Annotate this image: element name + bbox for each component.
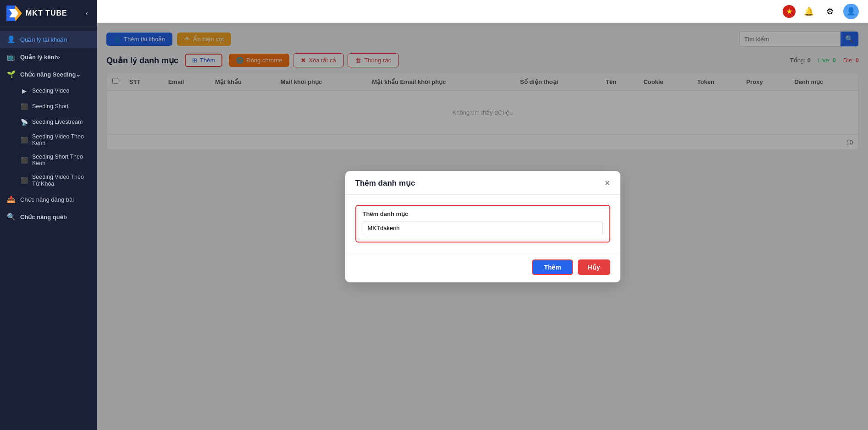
sidebar-collapse-button[interactable]: ‹ — [83, 8, 91, 18]
sidebar-logo: MKT TUBE ‹ — [0, 0, 97, 27]
modal-them-button[interactable]: Thêm — [532, 259, 573, 275]
sidebar-menu: 👤 Quản lý tài khoản 📺 Quản lý kênh › 🌱 C… — [0, 27, 97, 430]
sidebar-item-seeding-livestream[interactable]: 📡 Seeding Livestream — [0, 114, 97, 130]
video-icon: ▶ — [20, 87, 28, 95]
short-icon: ⬛ — [20, 102, 28, 110]
sidebar-item-chuc-nang-quet[interactable]: 🔍 Chức năng quét › — [0, 208, 97, 226]
sidebar-item-seeding-video-theo-kenh[interactable]: ⬛ Seeding Video Theo Kênh — [0, 130, 97, 150]
chevron-right-icon-2: › — [65, 214, 67, 221]
sidebar-item-seeding-video[interactable]: ▶ Seeding Video — [0, 83, 97, 99]
sidebar-item-label: Chức năng Seeding — [20, 71, 76, 78]
seeding-icon: 🌱 — [6, 70, 16, 79]
form-label-danh-muc: Thêm danh mục — [363, 210, 603, 217]
modal-overlay: Thêm danh mục × Thêm danh mục Thêm Hủy — [97, 23, 868, 430]
modal-them-danh-muc: Thêm danh mục × Thêm danh mục Thêm Hủy — [345, 171, 620, 282]
modal-close-button[interactable]: × — [605, 178, 610, 187]
short-kenh-icon: ⬛ — [20, 156, 28, 164]
main-content: ★ 🔔 ⚙ 👤 👤 Thêm tài khoản 👁 Ẩn hiện cột 🔍… — [97, 0, 868, 430]
sidebar-item-chuc-nang-dang-bai[interactable]: 📤 Chức năng đăng bài — [0, 191, 97, 208]
chevron-down-icon: ⌄ — [76, 71, 81, 78]
modal-footer: Thêm Hủy — [345, 254, 620, 282]
sidebar-item-label: Seeding Short Theo Kênh — [32, 154, 91, 166]
sidebar-item-label: Seeding Video — [32, 88, 69, 94]
flag-icon[interactable]: ★ — [783, 5, 796, 18]
logo-icon — [6, 6, 22, 21]
video-kenh-icon: ⬛ — [20, 136, 28, 144]
modal-header: Thêm danh mục × — [345, 171, 620, 195]
sidebar-item-label: Seeding Livestream — [32, 119, 83, 125]
topbar: ★ 🔔 ⚙ 👤 — [97, 0, 868, 23]
sidebar-item-label: Seeding Video Theo Kênh — [32, 133, 91, 146]
logo-text: MKT TUBE — [26, 9, 67, 17]
tv-icon: 📺 — [6, 52, 16, 61]
modal-title: Thêm danh mục — [355, 178, 415, 188]
sidebar-item-chuc-nang-seeding[interactable]: 🌱 Chức năng Seeding ⌄ — [0, 66, 97, 83]
sidebar: MKT TUBE ‹ 👤 Quản lý tài khoản 📺 Quản lý… — [0, 0, 97, 430]
sidebar-item-quan-ly-kenh[interactable]: 📺 Quản lý kênh › — [0, 48, 97, 66]
sidebar-item-label: Quản lý tài khoản — [20, 36, 91, 43]
sidebar-item-label: Chức năng quét — [20, 214, 65, 221]
sidebar-item-quan-ly-tai-khoan[interactable]: 👤 Quản lý tài khoản — [0, 31, 97, 48]
avatar[interactable]: 👤 — [843, 4, 859, 19]
scan-icon: 🔍 — [6, 212, 16, 221]
livestream-icon: 📡 — [20, 118, 28, 126]
sidebar-item-seeding-short-theo-kenh[interactable]: ⬛ Seeding Short Theo Kênh — [0, 150, 97, 170]
sidebar-item-seeding-video-theo-tu-khoa[interactable]: ⬛ Seeding Video Theo Từ Khóa — [0, 170, 97, 191]
video-tukhoa-icon: ⬛ — [20, 176, 28, 185]
sidebar-item-label: Chức năng đăng bài — [20, 196, 91, 203]
gear-button[interactable]: ⚙ — [822, 4, 838, 19]
sidebar-item-seeding-short[interactable]: ⬛ Seeding Short — [0, 99, 97, 114]
user-icon: 👤 — [6, 35, 16, 44]
modal-body: Thêm danh mục — [345, 195, 620, 254]
bell-button[interactable]: 🔔 — [801, 4, 817, 19]
danh-muc-input[interactable] — [363, 221, 603, 235]
flag-symbol: ★ — [786, 8, 792, 15]
modal-huy-button[interactable]: Hủy — [578, 259, 610, 275]
chevron-right-icon: › — [58, 54, 60, 61]
sidebar-item-label: Seeding Video Theo Từ Khóa — [32, 174, 91, 187]
upload-icon: 📤 — [6, 195, 16, 204]
sidebar-item-label: Quản lý kênh — [20, 54, 58, 61]
sidebar-item-label: Seeding Short — [32, 103, 68, 110]
form-group-danh-muc: Thêm danh mục — [355, 205, 610, 243]
page-area: 👤 Thêm tài khoản 👁 Ẩn hiện cột 🔍 Quản lý… — [97, 23, 868, 430]
